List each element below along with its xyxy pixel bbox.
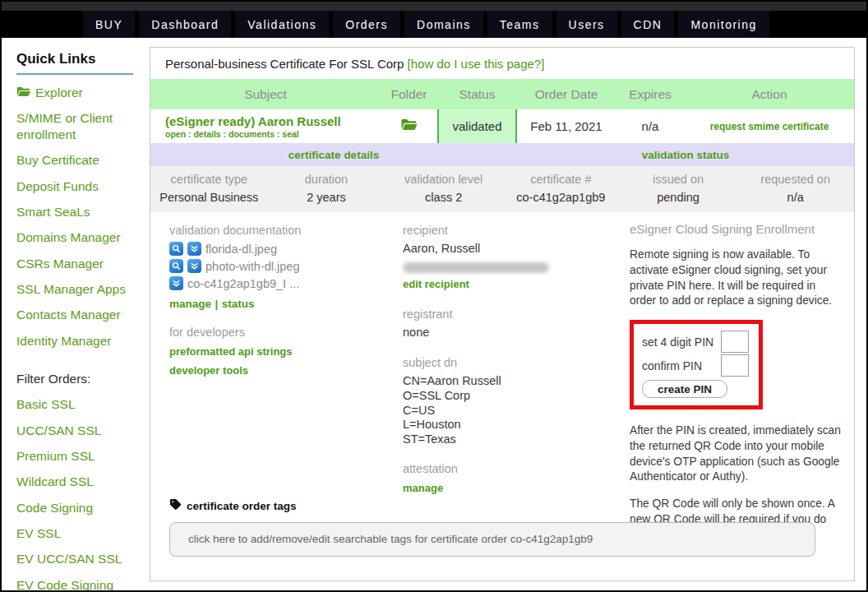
document-name: co-c41g2ap1gb9_I ... — [187, 277, 299, 290]
status-documents-link[interactable]: status — [222, 298, 255, 310]
sidebar-item-smime-enrollment[interactable]: S/MIME or Client enrollment — [16, 110, 150, 142]
download-document-icon[interactable] — [169, 276, 183, 290]
document-name: florida-dl.jpeg — [205, 243, 277, 256]
filter-ev-ssl[interactable]: EV SSL — [16, 525, 150, 541]
set-pin-input[interactable] — [721, 331, 749, 353]
sidebar: Quick Links Explorer S/MIME or Client en… — [3, 39, 150, 592]
request-smime-certificate-link[interactable]: request smime certificate — [685, 121, 854, 132]
field-validation-level: validation level class 2 — [385, 173, 502, 204]
filter-basic-ssl[interactable]: Basic SSL — [16, 396, 150, 412]
nav-validations[interactable]: Validations — [235, 11, 329, 38]
docs-links: manage | status — [169, 296, 390, 311]
field-value: n/a — [736, 191, 854, 204]
document-row: florida-dl.jpeg — [169, 242, 390, 256]
subject-cell: (eSigner ready) Aaron Russell open : det… — [150, 114, 381, 139]
nav-buy[interactable]: BUY — [83, 11, 135, 38]
order-date-cell: Feb 11, 2021 — [517, 119, 616, 133]
certificate-order-tags-label: certificate order tags — [187, 500, 297, 512]
tags-input[interactable]: click here to add/remove/edit searchable… — [169, 522, 815, 557]
subject-dn-heading: subject dn — [403, 356, 604, 369]
attestation-heading: attestation — [403, 462, 604, 475]
validation-documentation-heading: validation documentation — [169, 224, 390, 237]
field-duration: duration 2 years — [268, 173, 386, 204]
certificate-subject-link[interactable]: (eSigner ready) Aaron Russell — [165, 114, 381, 128]
nav-cdn[interactable]: CDN — [621, 11, 675, 38]
sidebar-item-smart-seals[interactable]: Smart SeaLs — [16, 204, 150, 220]
help-link[interactable]: [how do I use this page?] — [408, 57, 545, 71]
field-value: co-c41g2ap1gb9 — [502, 191, 620, 204]
sidebar-item-label: Explorer — [35, 85, 83, 100]
preview-document-icon[interactable] — [169, 242, 183, 256]
field-value: Personal Business — [150, 191, 268, 204]
document-row: co-c41g2ap1gb9_I ... — [169, 276, 390, 290]
certificate-fields-band: certificate type Personal Business durat… — [150, 166, 854, 212]
create-pin-button[interactable]: create PIN — [642, 380, 727, 398]
open-folder-icon — [400, 119, 418, 133]
sidebar-item-contacts-manager[interactable]: Contacts Manager — [16, 307, 150, 322]
subject-dn-st: ST=Texas — [403, 432, 604, 447]
filter-orders-label: Filter Orders: — [16, 372, 150, 386]
document-row: photo-with-dl.jpeg — [169, 259, 390, 273]
preview-document-icon[interactable] — [169, 259, 183, 273]
sidebar-item-explorer[interactable]: Explorer — [16, 85, 150, 100]
certificate-details-label: certificate details — [150, 149, 517, 161]
folder-icon — [16, 85, 30, 100]
field-value: pending — [620, 191, 737, 204]
field-certificate-number: certificate # co-c41g2ap1gb9 — [502, 173, 620, 204]
app-window: { "colors": { "accent_green": "#4f9c17",… — [0, 0, 868, 592]
sidebar-item-ssl-manager-apps[interactable]: SSL Manager Apps — [16, 281, 150, 297]
sidebar-item-deposit-funds[interactable]: Deposit Funds — [16, 178, 150, 194]
sidebar-item-domains-manager[interactable]: Domains Manager — [16, 229, 150, 245]
attestation-manage-link[interactable]: manage — [403, 482, 443, 494]
filter-wildcard-ssl[interactable]: Wildcard SSL — [16, 474, 150, 489]
recipient-name: Aaron, Russell — [403, 242, 604, 257]
filter-code-signing[interactable]: Code Signing — [16, 500, 150, 516]
field-requested-on: requested on n/a — [736, 173, 854, 204]
download-document-icon[interactable] — [187, 242, 201, 256]
nav-users[interactable]: Users — [556, 11, 617, 38]
field-value: class 2 — [385, 191, 502, 204]
nav-teams[interactable]: Teams — [487, 11, 552, 38]
sidebar-item-identity-manager[interactable]: Identity Manager — [16, 333, 150, 349]
for-developers-heading: for developers — [169, 326, 390, 339]
subject-dn-c: C=US — [403, 404, 604, 419]
table-row: (eSigner ready) Aaron Russell open : det… — [150, 109, 854, 143]
field-label: duration — [268, 173, 386, 186]
status-badge: validated — [437, 109, 517, 143]
filter-ev-code-signing[interactable]: EV Code Signing — [16, 577, 150, 592]
edit-recipient-link[interactable]: edit recipient — [403, 278, 469, 290]
col-order-date: Order Date — [517, 87, 616, 102]
preformatted-api-strings-link[interactable]: preformatted api strings — [169, 345, 293, 358]
field-label: issued on — [620, 173, 737, 186]
col-subject: Subject — [150, 87, 381, 102]
developer-tools-link[interactable]: developer tools — [169, 364, 248, 377]
validation-status-label: validation status — [517, 149, 854, 161]
certificate-order-tags-section: certificate order tags click here to add… — [169, 498, 832, 557]
pin-enrollment-box: set 4 digit PIN confirm PIN create PIN — [630, 320, 763, 409]
nav-monitoring[interactable]: Monitoring — [678, 11, 769, 38]
document-name: photo-with-dl.jpeg — [205, 260, 299, 273]
subject-action-links[interactable]: open : details : documents : seal — [165, 129, 381, 139]
folder-cell[interactable] — [381, 118, 437, 134]
filter-premium-ssl[interactable]: Premium SSL — [16, 448, 150, 464]
nav-orders[interactable]: Orders — [333, 11, 400, 38]
confirm-pin-label: confirm PIN — [642, 359, 721, 372]
subject-dn-o: O=SSL Corp — [403, 389, 604, 404]
download-document-icon[interactable] — [187, 259, 201, 273]
nav-domains[interactable]: Domains — [404, 11, 483, 38]
table-header: Subject Folder Status Order Date Expires… — [150, 79, 854, 109]
filter-ev-ucc-san-ssl[interactable]: EV UCC/SAN SSL — [16, 551, 150, 567]
subject-dn-cn: CN=Aaron Russell — [403, 374, 604, 389]
sidebar-item-buy-certificate[interactable]: Buy Certificate — [16, 152, 150, 168]
esigner-intro-text: Remote signing is now available. To acti… — [630, 247, 842, 309]
quick-links-title: Quick Links — [16, 51, 133, 75]
window-title-strip — [2, 2, 866, 11]
manage-documents-link[interactable]: manage — [169, 298, 211, 310]
confirm-pin-input[interactable] — [721, 354, 749, 377]
sidebar-item-csrs-manager[interactable]: CSRs Manager — [16, 256, 150, 271]
col-action: Action — [685, 87, 854, 102]
filter-ucc-san-ssl[interactable]: UCC/SAN SSL — [16, 423, 150, 438]
field-label: requested on — [736, 173, 854, 186]
field-issued-on: issued on pending — [620, 173, 737, 204]
nav-dashboard[interactable]: Dashboard — [139, 11, 231, 38]
